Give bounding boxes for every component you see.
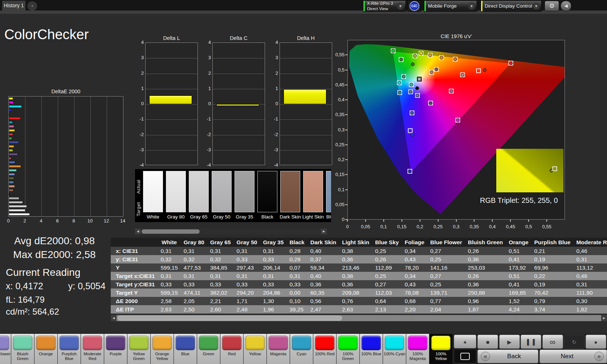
table-cell: 1,96 xyxy=(260,305,286,314)
settings-button[interactable]: ⚙ xyxy=(545,1,559,11)
add-tab-button[interactable]: + xyxy=(28,1,37,11)
table-cell: 0,27 xyxy=(427,272,465,280)
scroll-thumb[interactable] xyxy=(118,316,342,320)
patch-button-orange[interactable]: Orange xyxy=(34,334,57,364)
chevron-down-icon[interactable]: ▼ xyxy=(397,3,404,10)
results-table: WhiteGray 80Gray 65Gray 50Gray 35BlackDa… xyxy=(111,238,607,314)
patch-color xyxy=(0,336,9,350)
actual-row-label: Actual xyxy=(136,173,141,194)
display-mode-button[interactable] xyxy=(454,349,476,363)
patch-button-moderate-red[interactable]: Moderate Red xyxy=(81,334,104,364)
patch-color xyxy=(176,336,195,350)
color-patch xyxy=(166,171,186,212)
back-button[interactable]: «Back xyxy=(477,349,538,363)
patch-button-red[interactable]: Red xyxy=(220,334,243,364)
delta-y-tick: 3 xyxy=(199,55,211,60)
next-button[interactable]: Next» xyxy=(539,349,607,363)
scroll-up-button[interactable]: ▲ xyxy=(454,335,476,348)
cie-target-square xyxy=(408,128,412,133)
patch-button-purple[interactable]: Purple xyxy=(104,334,127,364)
scroll-right-arrow[interactable]: ▶ xyxy=(321,229,327,234)
cie-measured-point xyxy=(399,58,403,61)
deltae-x-tick: 0 xyxy=(4,218,13,224)
patch-button-100-blue[interactable]: 100% Blue xyxy=(360,334,383,364)
patch-label: 100% Cyan xyxy=(383,352,406,356)
stop-button[interactable]: ■ xyxy=(477,335,498,349)
row-header: Target y:CIE31 xyxy=(111,280,158,289)
table-row: Target Y599,15474,11382,02294,20204,860,… xyxy=(111,289,607,297)
scroll-right-arrow[interactable]: ▶ xyxy=(601,315,607,321)
cie-measured-point xyxy=(398,91,402,94)
patch-button-magenta[interactable]: Magenta xyxy=(267,334,290,364)
refresh-button[interactable]: ↻ xyxy=(564,335,584,349)
page-title: ColorChecker xyxy=(4,27,89,42)
loop-infinity-button[interactable]: ∞ xyxy=(542,335,563,349)
cie-measured-point xyxy=(402,75,406,78)
tick-mark xyxy=(345,99,347,100)
pause-button[interactable]: ▌▐ xyxy=(521,335,541,349)
display-control-dropdown[interactable]: Direct Display Control ▼ xyxy=(481,0,542,12)
patch-button-100-magenta[interactable]: 100% Magenta xyxy=(406,334,429,364)
tab-history-1[interactable]: History 1 xyxy=(2,1,25,11)
scroll-left-arrow[interactable]: ◀ xyxy=(135,229,141,234)
patch-label: Blue xyxy=(174,352,197,356)
meter-dropdown[interactable]: X-Rite i1Pro 3 Direct View ▼ xyxy=(363,0,406,12)
scroll-left-arrow[interactable]: ◀ xyxy=(111,315,117,321)
gridline xyxy=(213,150,265,151)
source-dropdown[interactable]: Mobile Forge ▼ xyxy=(424,0,477,12)
deltae-bar xyxy=(9,141,19,144)
patch-button-green[interactable]: Green xyxy=(197,334,220,364)
patch-color xyxy=(13,336,32,350)
gridline xyxy=(280,74,332,74)
table-cell: 0,31 xyxy=(158,247,180,255)
patch-button-cyan[interactable]: Cyan xyxy=(290,334,313,364)
display-square-icon xyxy=(460,353,470,360)
chevron-down-icon[interactable]: ▼ xyxy=(468,3,475,10)
deltae-bar xyxy=(9,125,14,128)
patch-button-yellow[interactable]: Yellow xyxy=(244,334,266,364)
swatch-scrollbar[interactable]: ◀▶ xyxy=(135,229,327,234)
rgb-triplet-preview xyxy=(496,149,563,192)
deltae-bar xyxy=(9,197,19,200)
deltae-bar xyxy=(9,149,13,152)
collapse-panel-button[interactable]: ◀ xyxy=(561,1,571,11)
delta-y-tick: -4 xyxy=(266,162,278,168)
deltae-bar xyxy=(9,109,11,112)
delta-chart-title: Delta H xyxy=(280,35,332,41)
table-cell: 111,90 xyxy=(573,289,607,297)
deltae-bar xyxy=(9,153,18,156)
table-cell: 3,74 xyxy=(531,305,574,314)
patch-label: 100% Red xyxy=(313,352,336,356)
row-header: Target Y xyxy=(111,289,158,297)
table-cell: 0,33 xyxy=(260,280,286,289)
patch-button-blue-flower[interactable]: Blue Flower xyxy=(0,334,11,364)
delta-y-tick: 0 xyxy=(199,101,211,106)
record-button[interactable]: ● xyxy=(586,335,606,349)
patch-button-orange-yellow[interactable]: Orange Yellow xyxy=(151,334,174,364)
results-table-wrap: WhiteGray 80Gray 65Gray 50Gray 35BlackDa… xyxy=(111,238,607,315)
patch-button-100-cyan[interactable]: 100% Cyan xyxy=(383,334,406,364)
table-scrollbar[interactable]: ◀▶ xyxy=(111,315,607,321)
patch-button-100-yellow[interactable]: 100% Yellow xyxy=(429,334,452,364)
patch-label: Moderate Red xyxy=(81,352,104,361)
table-cell: 78,20 xyxy=(402,263,427,272)
patch-button-bluish-green[interactable]: Bluish Green xyxy=(11,334,34,364)
patch-button-100-red[interactable]: 100% Red xyxy=(313,334,336,364)
chevron-down-icon[interactable]: ▼ xyxy=(533,3,540,10)
play-button[interactable]: ▶ xyxy=(499,335,520,349)
patch-button-100-green[interactable]: 100% Green xyxy=(337,334,359,364)
patch-button-blue[interactable]: Blue xyxy=(174,334,197,364)
patch-button-purplish-blue[interactable]: Purplish Blue xyxy=(58,334,81,364)
gridline xyxy=(146,119,197,120)
table-cell: 0,43 xyxy=(402,280,427,289)
delta-chart xyxy=(280,42,332,165)
gridline xyxy=(41,97,42,216)
scroll-thumb[interactable] xyxy=(142,229,200,234)
table-cell: 209,08 xyxy=(339,289,372,297)
table-cell: 0,27 xyxy=(372,280,402,289)
table-cell: 0,19 xyxy=(531,280,574,289)
patch-button-yellow-green[interactable]: Yellow Green xyxy=(127,334,150,364)
table-cell: 0,31 xyxy=(181,247,207,255)
table-cell: 0,26 xyxy=(465,247,506,255)
next-chevrons-icon: » xyxy=(594,352,604,361)
